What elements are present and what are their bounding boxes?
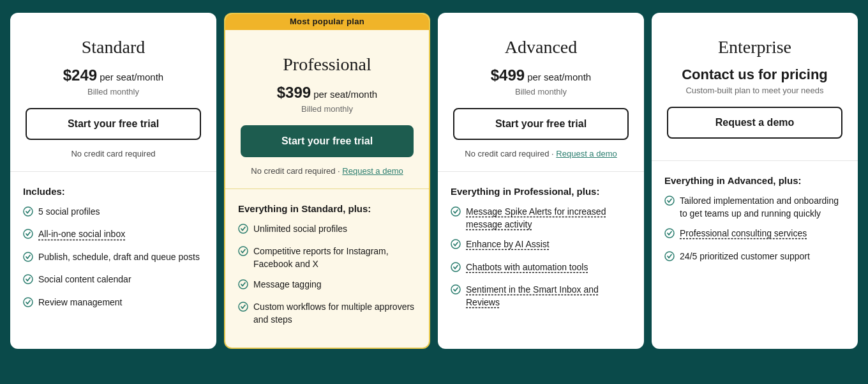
cta-button-professional[interactable]: Start your free trial: [241, 125, 414, 157]
check-icon-professional-3: [238, 302, 248, 316]
plan-card-enterprise: EnterpriseContact us for pricingCustom-b…: [652, 13, 858, 349]
plan-name-professional: Professional: [241, 54, 414, 75]
plan-card-top-enterprise: EnterpriseContact us for pricingCustom-b…: [652, 13, 858, 161]
feature-item-standard-4: Review management: [23, 296, 204, 311]
feature-item-enterprise-2: 24/5 prioritized customer support: [664, 250, 845, 265]
check-icon-enterprise-0: [664, 196, 675, 210]
popular-badge: Most popular plan: [224, 13, 430, 30]
feature-text-enterprise-2: 24/5 prioritized customer support: [680, 250, 810, 263]
plan-price-advanced: $499: [491, 66, 525, 84]
plan-card-top-standard: Standard $249 per seat/month Billed mont…: [10, 13, 216, 172]
feature-text-standard-4: Review management: [38, 296, 123, 309]
plan-price-row: $249 per seat/month: [26, 66, 201, 84]
cta-button-standard[interactable]: Start your free trial: [26, 108, 201, 140]
feature-text-professional-0: Unlimited social profiles: [253, 223, 347, 236]
plan-price-row: $499 per seat/month: [453, 66, 629, 84]
plan-features-professional: Everything in Standard, plus: Unlimited …: [225, 189, 429, 348]
check-icon-professional-1: [238, 246, 248, 260]
check-icon-standard-3: [23, 274, 33, 288]
feature-text-standard-2: Publish, schedule, draft and queue posts: [38, 251, 200, 264]
check-icon-enterprise-2: [664, 251, 675, 265]
feature-text-standard-3: Social content calendar: [38, 273, 131, 286]
plan-note-advanced: No credit card required · Request a demo: [453, 149, 629, 158]
plan-price-unit: per seat/month: [100, 72, 163, 82]
feature-item-standard-1: All-in-one social inbox: [23, 228, 204, 243]
features-heading-advanced: Everything in Professional, plus:: [451, 186, 631, 197]
plan-name-advanced: Advanced: [453, 37, 629, 58]
check-icon-advanced-0: [451, 206, 461, 220]
plan-card-advanced: Advanced $499 per seat/month Billed mont…: [438, 13, 644, 349]
feature-text-professional-2: Message tagging: [253, 279, 322, 291]
feature-text-professional-1: Competitive reports for Instagram, Faceb…: [253, 245, 416, 270]
plan-name-standard: Standard: [26, 37, 201, 58]
features-heading-enterprise: Everything in Advanced, plus:: [664, 175, 845, 186]
feature-item-enterprise-0: Tailored implementation and onboarding t…: [664, 195, 845, 220]
plan-billing: Billed monthly: [453, 87, 629, 96]
plan-billing: Billed monthly: [26, 87, 201, 96]
feature-item-professional-2: Message tagging: [238, 279, 416, 293]
plan-price-row: $399 per seat/month: [241, 84, 414, 102]
plan-card-professional: Most popular planProfessional $399 per s…: [224, 13, 430, 349]
check-icon-standard-4: [23, 297, 33, 311]
plan-price-unit: per seat/month: [527, 72, 591, 82]
feature-item-advanced-1: Enhance by AI Assist: [451, 238, 631, 253]
feature-item-enterprise-1: Professional consulting services: [664, 227, 845, 242]
feature-text-enterprise-0: Tailored implementation and onboarding t…: [680, 195, 845, 220]
features-heading-standard: Includes:: [23, 186, 204, 197]
plan-features-advanced: Everything in Professional, plus: Messag…: [438, 172, 644, 349]
cta-button-advanced[interactable]: Start your free trial: [453, 108, 629, 140]
feature-text-standard-1: All-in-one social inbox: [38, 228, 125, 241]
plan-card-top-advanced: Advanced $499 per seat/month Billed mont…: [438, 13, 644, 172]
check-icon-advanced-3: [451, 284, 461, 298]
feature-text-advanced-0: Message Spike Alerts for increased messa…: [466, 206, 631, 231]
check-icon-enterprise-1: [664, 228, 675, 242]
check-icon-standard-2: [23, 252, 33, 266]
plan-name-enterprise: Enterprise: [667, 37, 842, 58]
check-icon-advanced-1: [451, 239, 461, 253]
feature-item-professional-1: Competitive reports for Instagram, Faceb…: [238, 245, 416, 270]
feature-text-advanced-1: Enhance by AI Assist: [466, 238, 550, 251]
plan-card-top-professional: Professional $399 per seat/month Billed …: [225, 30, 429, 189]
plan-price-professional: $399: [277, 84, 311, 102]
plan-note-standard: No credit card required: [26, 149, 201, 158]
cta-button-enterprise[interactable]: Request a demo: [667, 107, 842, 139]
plan-note-professional: No credit card required · Request a demo: [241, 166, 414, 176]
check-icon-advanced-2: [451, 262, 461, 276]
features-heading-professional: Everything in Standard, plus:: [238, 203, 416, 214]
feature-item-professional-0: Unlimited social profiles: [238, 223, 416, 238]
feature-item-advanced-0: Message Spike Alerts for increased messa…: [451, 206, 631, 231]
plan-features-enterprise: Everything in Advanced, plus: Tailored i…: [652, 161, 858, 349]
feature-text-advanced-2: Chatbots with automation tools: [466, 261, 588, 274]
feature-item-professional-3: Custom workflows for multiple approvers …: [238, 301, 416, 326]
plan-price-unit: per seat/month: [313, 89, 377, 100]
plan-card-standard: Standard $249 per seat/month Billed mont…: [10, 13, 216, 349]
pricing-grid: Standard $249 per seat/month Billed mont…: [6, 13, 862, 349]
plan-price-standard: $249: [63, 66, 97, 84]
feature-item-advanced-2: Chatbots with automation tools: [451, 261, 631, 276]
plan-billing: Billed monthly: [241, 104, 414, 114]
feature-item-standard-0: 5 social profiles: [23, 206, 204, 220]
check-icon-standard-0: [23, 206, 33, 220]
check-icon-professional-2: [238, 279, 248, 293]
feature-text-enterprise-1: Professional consulting services: [680, 227, 807, 240]
check-icon-standard-1: [23, 229, 33, 243]
request-demo-link-advanced[interactable]: Request a demo: [556, 149, 617, 158]
plan-contact-label: Contact us for pricing: [667, 66, 842, 83]
plan-features-standard: Includes: 5 social profiles All-in-one s…: [10, 172, 216, 349]
feature-text-professional-3: Custom workflows for multiple approvers …: [253, 301, 416, 326]
feature-item-standard-2: Publish, schedule, draft and queue posts: [23, 251, 204, 266]
feature-item-advanced-3: Sentiment in the Smart Inbox and Reviews: [451, 284, 631, 309]
feature-item-standard-3: Social content calendar: [23, 273, 204, 288]
feature-text-advanced-3: Sentiment in the Smart Inbox and Reviews: [466, 284, 631, 309]
request-demo-link-professional[interactable]: Request a demo: [342, 166, 403, 176]
plan-custom-text: Custom-built plan to meet your needs: [667, 86, 842, 95]
feature-text-standard-0: 5 social profiles: [38, 206, 100, 219]
check-icon-professional-0: [238, 224, 248, 238]
